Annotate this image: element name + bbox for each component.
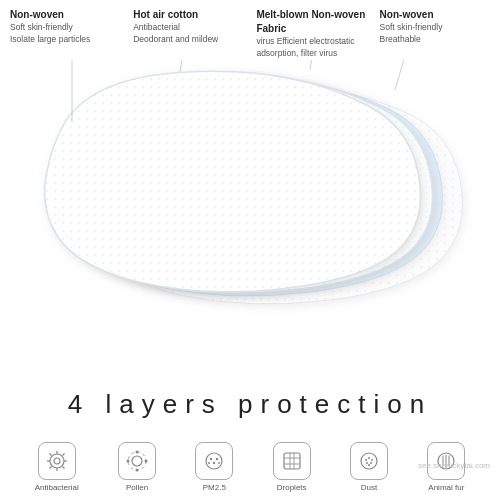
- svg-point-7: [50, 454, 64, 468]
- svg-line-6: [395, 60, 420, 90]
- animal-fur-label: Animal fur: [428, 483, 464, 492]
- svg-line-15: [62, 454, 64, 456]
- svg-point-35: [365, 459, 367, 461]
- svg-line-14: [62, 467, 64, 469]
- dust-label: Dust: [361, 483, 377, 492]
- label-desc1-1: Soft skin-friendly: [10, 22, 120, 34]
- pm25-icon: [195, 442, 233, 480]
- label-desc2-2: Deodorant and mildew: [133, 34, 243, 46]
- label-desc2-4: Breathable: [380, 34, 490, 46]
- svg-point-39: [370, 462, 372, 464]
- svg-point-36: [368, 457, 370, 459]
- label-desc2-1: Isolate large particles: [10, 34, 120, 46]
- svg-point-21: [127, 460, 130, 463]
- svg-line-16: [49, 467, 51, 469]
- svg-line-13: [49, 454, 51, 456]
- icon-item-antibacterial: Antibacterial: [35, 442, 79, 492]
- svg-point-25: [216, 458, 218, 460]
- pm25-label: PM2.5: [203, 483, 226, 492]
- icon-item-pm25: PM2.5: [195, 442, 233, 492]
- svg-point-40: [368, 464, 370, 466]
- svg-point-26: [213, 462, 215, 464]
- svg-point-37: [371, 459, 373, 461]
- icon-item-droplets: Droplets: [273, 442, 311, 492]
- droplets-label: Droplets: [277, 483, 307, 492]
- label-title-2: Hot air cotton: [133, 8, 243, 22]
- svg-point-23: [206, 453, 222, 469]
- label-desc1-3: virus Efficient electrostatic: [256, 36, 366, 48]
- svg-line-4: [180, 60, 190, 72]
- label-title-4: Non-woven: [380, 8, 490, 22]
- label-melt-blown: Melt-blown Non-woven Fabric virus Effici…: [256, 8, 366, 60]
- icon-item-dust: Dust: [350, 442, 388, 492]
- icon-item-pollen: Pollen: [118, 442, 156, 492]
- svg-point-20: [136, 469, 139, 472]
- mask-layers-svg: [20, 60, 480, 330]
- label-hot-air-cotton: Hot air cotton Antibacterial Deodorant a…: [133, 8, 243, 60]
- antibacterial-icon: [38, 442, 76, 480]
- svg-point-24: [210, 458, 212, 460]
- droplets-icon: [273, 442, 311, 480]
- watermark: see.shunickytai.com: [418, 461, 490, 470]
- svg-rect-29: [284, 453, 300, 469]
- label-non-woven-2: Non-woven Soft skin-friendly Breathable: [380, 8, 490, 60]
- svg-point-27: [208, 462, 210, 464]
- svg-line-5: [310, 60, 320, 70]
- pollen-icon: [118, 442, 156, 480]
- antibacterial-label: Antibacterial: [35, 483, 79, 492]
- mask-layers-area: [20, 60, 480, 330]
- dust-icon: [350, 442, 388, 480]
- label-desc2-3: adsorption, filter virus: [256, 48, 366, 60]
- top-labels-container: Non-woven Soft skin-friendly Isolate lar…: [0, 0, 500, 60]
- svg-point-17: [132, 456, 142, 466]
- label-desc1-4: Soft skin-friendly: [380, 22, 490, 34]
- label-non-woven-1: Non-woven Soft skin-friendly Isolate lar…: [10, 8, 120, 60]
- svg-rect-2: [20, 60, 480, 330]
- svg-point-8: [54, 458, 60, 464]
- svg-point-18: [128, 452, 146, 470]
- label-title-3: Melt-blown Non-woven Fabric: [256, 8, 366, 36]
- svg-point-19: [136, 451, 139, 454]
- svg-point-34: [361, 453, 377, 469]
- label-desc1-2: Antibacterial: [133, 22, 243, 34]
- svg-point-28: [218, 462, 220, 464]
- svg-point-38: [366, 462, 368, 464]
- layers-protection-text: 4 layers protection: [0, 389, 500, 420]
- svg-point-22: [145, 460, 148, 463]
- pollen-label: Pollen: [126, 483, 148, 492]
- label-title-1: Non-woven: [10, 8, 120, 22]
